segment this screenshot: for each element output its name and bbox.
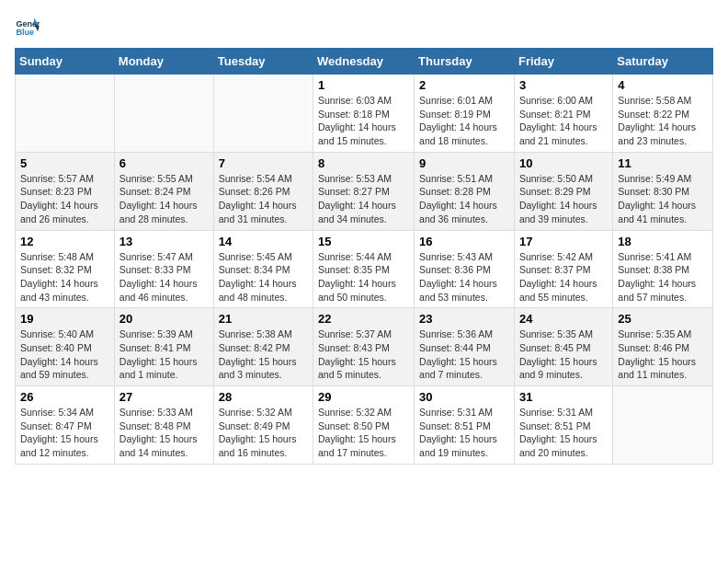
calendar-cell: 23Sunrise: 5:36 AM Sunset: 8:44 PM Dayli… <box>415 308 515 386</box>
day-info: Sunrise: 5:42 AM Sunset: 8:37 PM Dayligh… <box>519 250 608 304</box>
day-number: 24 <box>519 312 608 326</box>
calendar-week-row: 26Sunrise: 5:34 AM Sunset: 8:47 PM Dayli… <box>16 386 713 465</box>
day-info: Sunrise: 5:43 AM Sunset: 8:36 PM Dayligh… <box>419 250 509 304</box>
day-number: 21 <box>219 312 308 326</box>
calendar-cell: 28Sunrise: 5:32 AM Sunset: 8:49 PM Dayli… <box>213 386 313 465</box>
day-info: Sunrise: 5:31 AM Sunset: 8:51 PM Dayligh… <box>419 406 509 460</box>
day-info: Sunrise: 5:51 AM Sunset: 8:28 PM Dayligh… <box>419 172 509 226</box>
day-number: 13 <box>119 235 209 248</box>
weekday-header-thursday: Thursday <box>415 49 515 75</box>
calendar-week-row: 5Sunrise: 5:57 AM Sunset: 8:23 PM Daylig… <box>16 152 713 230</box>
day-number: 20 <box>119 312 209 326</box>
day-number: 31 <box>519 390 608 404</box>
day-info: Sunrise: 5:35 AM Sunset: 8:45 PM Dayligh… <box>519 327 608 382</box>
calendar-cell: 6Sunrise: 5:55 AM Sunset: 8:24 PM Daylig… <box>114 152 213 230</box>
calendar-cell: 2Sunrise: 6:01 AM Sunset: 8:19 PM Daylig… <box>415 75 515 153</box>
weekday-header-saturday: Saturday <box>613 49 713 75</box>
day-number: 17 <box>519 235 608 248</box>
day-number: 9 <box>419 156 509 170</box>
calendar-cell <box>16 75 115 153</box>
calendar-cell: 31Sunrise: 5:31 AM Sunset: 8:51 PM Dayli… <box>514 386 612 465</box>
calendar-cell: 3Sunrise: 6:00 AM Sunset: 8:21 PM Daylig… <box>514 75 612 153</box>
day-info: Sunrise: 5:38 AM Sunset: 8:42 PM Dayligh… <box>219 327 308 382</box>
day-number: 19 <box>20 312 109 326</box>
day-info: Sunrise: 5:34 AM Sunset: 8:47 PM Dayligh… <box>20 406 109 460</box>
day-info: Sunrise: 5:50 AM Sunset: 8:29 PM Dayligh… <box>519 172 608 226</box>
day-info: Sunrise: 5:31 AM Sunset: 8:51 PM Dayligh… <box>519 406 608 460</box>
day-number: 1 <box>318 78 409 92</box>
day-info: Sunrise: 5:53 AM Sunset: 8:27 PM Dayligh… <box>318 172 409 226</box>
weekday-header-friday: Friday <box>514 49 612 75</box>
calendar-cell: 25Sunrise: 5:35 AM Sunset: 8:46 PM Dayli… <box>613 308 713 386</box>
day-info: Sunrise: 5:58 AM Sunset: 8:22 PM Dayligh… <box>618 94 708 148</box>
day-number: 5 <box>20 156 109 170</box>
day-number: 28 <box>219 390 308 404</box>
logo-icon: General Blue <box>15 15 40 40</box>
day-info: Sunrise: 5:35 AM Sunset: 8:46 PM Dayligh… <box>618 327 708 382</box>
calendar-week-row: 12Sunrise: 5:48 AM Sunset: 8:32 PM Dayli… <box>16 230 713 308</box>
day-info: Sunrise: 5:45 AM Sunset: 8:34 PM Dayligh… <box>219 250 308 304</box>
calendar-cell: 20Sunrise: 5:39 AM Sunset: 8:41 PM Dayli… <box>114 308 213 386</box>
calendar-cell: 30Sunrise: 5:31 AM Sunset: 8:51 PM Dayli… <box>415 386 515 465</box>
calendar-cell: 17Sunrise: 5:42 AM Sunset: 8:37 PM Dayli… <box>514 230 612 308</box>
calendar-cell: 18Sunrise: 5:41 AM Sunset: 8:38 PM Dayli… <box>613 230 713 308</box>
weekday-header-monday: Monday <box>114 49 213 75</box>
calendar-week-row: 19Sunrise: 5:40 AM Sunset: 8:40 PM Dayli… <box>16 308 713 386</box>
day-info: Sunrise: 5:33 AM Sunset: 8:48 PM Dayligh… <box>119 406 209 460</box>
day-number: 8 <box>318 156 409 170</box>
day-info: Sunrise: 5:32 AM Sunset: 8:49 PM Dayligh… <box>219 406 308 460</box>
day-info: Sunrise: 5:39 AM Sunset: 8:41 PM Dayligh… <box>119 327 209 382</box>
day-number: 16 <box>419 235 509 248</box>
calendar-cell: 16Sunrise: 5:43 AM Sunset: 8:36 PM Dayli… <box>415 230 515 308</box>
calendar-cell: 1Sunrise: 6:03 AM Sunset: 8:18 PM Daylig… <box>313 75 415 153</box>
day-number: 23 <box>419 312 509 326</box>
day-info: Sunrise: 5:49 AM Sunset: 8:30 PM Dayligh… <box>618 172 708 226</box>
calendar-cell <box>114 75 213 153</box>
day-number: 18 <box>618 235 708 248</box>
weekday-header-sunday: Sunday <box>16 49 115 75</box>
day-number: 25 <box>618 312 708 326</box>
calendar-cell: 29Sunrise: 5:32 AM Sunset: 8:50 PM Dayli… <box>313 386 415 465</box>
logo: General Blue <box>15 15 40 40</box>
day-info: Sunrise: 5:41 AM Sunset: 8:38 PM Dayligh… <box>618 250 708 304</box>
day-number: 7 <box>219 156 308 170</box>
day-number: 27 <box>119 390 209 404</box>
calendar-cell: 11Sunrise: 5:49 AM Sunset: 8:30 PM Dayli… <box>613 152 713 230</box>
day-info: Sunrise: 5:44 AM Sunset: 8:35 PM Dayligh… <box>318 250 409 304</box>
calendar-cell: 22Sunrise: 5:37 AM Sunset: 8:43 PM Dayli… <box>313 308 415 386</box>
day-number: 29 <box>318 390 409 404</box>
calendar-cell: 14Sunrise: 5:45 AM Sunset: 8:34 PM Dayli… <box>213 230 313 308</box>
calendar-cell: 12Sunrise: 5:48 AM Sunset: 8:32 PM Dayli… <box>16 230 115 308</box>
day-info: Sunrise: 5:40 AM Sunset: 8:40 PM Dayligh… <box>20 327 109 382</box>
weekday-header-row: SundayMondayTuesdayWednesdayThursdayFrid… <box>16 49 713 75</box>
calendar-week-row: 1Sunrise: 6:03 AM Sunset: 8:18 PM Daylig… <box>16 75 713 153</box>
calendar-cell: 27Sunrise: 5:33 AM Sunset: 8:48 PM Dayli… <box>114 386 213 465</box>
day-info: Sunrise: 5:47 AM Sunset: 8:33 PM Dayligh… <box>119 250 209 304</box>
day-number: 14 <box>219 235 308 248</box>
day-info: Sunrise: 5:55 AM Sunset: 8:24 PM Dayligh… <box>119 172 209 226</box>
day-number: 11 <box>618 156 708 170</box>
day-info: Sunrise: 5:48 AM Sunset: 8:32 PM Dayligh… <box>20 250 109 304</box>
calendar-cell: 10Sunrise: 5:50 AM Sunset: 8:29 PM Dayli… <box>514 152 612 230</box>
svg-text:Blue: Blue <box>16 28 34 37</box>
day-number: 22 <box>318 312 409 326</box>
calendar-cell: 21Sunrise: 5:38 AM Sunset: 8:42 PM Dayli… <box>213 308 313 386</box>
calendar-table: SundayMondayTuesdayWednesdayThursdayFrid… <box>15 48 713 465</box>
calendar-cell: 7Sunrise: 5:54 AM Sunset: 8:26 PM Daylig… <box>213 152 313 230</box>
calendar-cell <box>213 75 313 153</box>
weekday-header-wednesday: Wednesday <box>313 49 415 75</box>
calendar-cell: 8Sunrise: 5:53 AM Sunset: 8:27 PM Daylig… <box>313 152 415 230</box>
day-number: 26 <box>20 390 109 404</box>
day-number: 15 <box>318 235 409 248</box>
day-info: Sunrise: 5:32 AM Sunset: 8:50 PM Dayligh… <box>318 406 409 460</box>
day-number: 2 <box>419 78 509 92</box>
page-header: General Blue <box>15 15 713 40</box>
calendar-cell: 13Sunrise: 5:47 AM Sunset: 8:33 PM Dayli… <box>114 230 213 308</box>
day-number: 30 <box>419 390 509 404</box>
calendar-cell: 15Sunrise: 5:44 AM Sunset: 8:35 PM Dayli… <box>313 230 415 308</box>
calendar-cell: 24Sunrise: 5:35 AM Sunset: 8:45 PM Dayli… <box>514 308 612 386</box>
day-number: 10 <box>519 156 608 170</box>
day-info: Sunrise: 5:37 AM Sunset: 8:43 PM Dayligh… <box>318 327 409 382</box>
weekday-header-tuesday: Tuesday <box>213 49 313 75</box>
day-info: Sunrise: 5:54 AM Sunset: 8:26 PM Dayligh… <box>219 172 308 226</box>
